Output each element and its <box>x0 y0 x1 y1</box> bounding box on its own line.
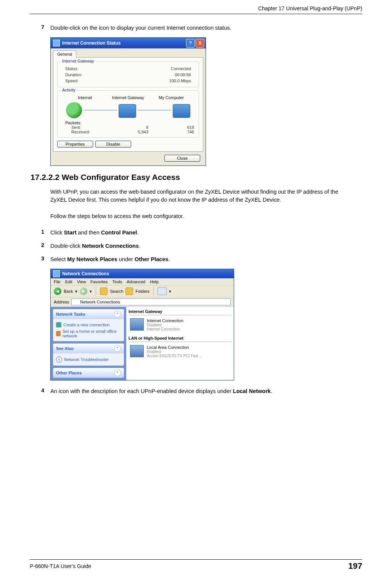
step-text: Select My Network Places under Other Pla… <box>50 255 355 263</box>
back-dropdown-icon[interactable]: ▾ <box>75 289 77 294</box>
collapse-icon[interactable]: ⌃ <box>114 369 121 376</box>
dialog-titlebar: Internet Connection Status ? X <box>51 38 206 48</box>
back-button-icon[interactable]: ◄ <box>54 287 61 295</box>
back-button-label[interactable]: Back <box>64 289 73 294</box>
menu-favorites[interactable]: Favorites <box>90 279 108 284</box>
menu-advanced[interactable]: Advanced <box>127 279 145 284</box>
item-name: Internet Connection <box>147 318 183 323</box>
collapse-icon[interactable]: ⌃ <box>114 311 121 318</box>
close-button[interactable]: X <box>196 39 204 48</box>
group-internet-gateway: Internet Gateway <box>129 308 231 315</box>
dialog-close-button[interactable]: Close <box>164 155 200 162</box>
connector-line <box>138 110 171 111</box>
connection-icon <box>130 318 144 331</box>
menu-edit[interactable]: Edit <box>65 279 72 284</box>
item-internet-connection[interactable]: Internet Connection Disabled Internet Co… <box>129 317 231 335</box>
page-footer: P-660N-T1A User's Guide 197 <box>30 557 362 571</box>
item-name: Local Area Connection <box>147 345 202 350</box>
folders-icon[interactable] <box>125 287 133 295</box>
text-bold: Control Panel <box>101 230 137 236</box>
speed-label: Speed: <box>65 79 79 83</box>
item-local-area-connection[interactable]: Local Area Connection Enabled Accton EN1… <box>129 343 231 362</box>
guide-name: P-660N-T1A User's Guide <box>30 563 91 569</box>
step-7: 7 Double-click on the icon to display yo… <box>37 24 355 32</box>
forward-dropdown-icon[interactable]: ▾ <box>90 289 92 294</box>
paragraph: Follow the steps below to access the web… <box>50 212 355 220</box>
wizard-icon <box>56 322 61 327</box>
search-icon[interactable] <box>100 287 108 295</box>
col-mycomputer: My Computer <box>150 95 193 100</box>
forward-button-icon[interactable]: ► <box>80 287 87 295</box>
text: . <box>137 230 138 236</box>
text: Select <box>50 256 67 262</box>
link-setup-network[interactable]: Set up a home or small office network <box>56 328 121 339</box>
menu-help[interactable]: Help <box>150 279 159 284</box>
text-bold: Other Places <box>135 256 169 262</box>
text: under <box>117 256 135 262</box>
section-heading: 17.2.2.2 Web Configurator Easy Access <box>31 173 355 182</box>
chapter-header: Chapter 17 Universal Plug-and-Play (UPnP… <box>30 5 362 11</box>
views-button-icon[interactable] <box>157 287 167 295</box>
group-internet-gateway: Internet Gateway Status: Connected Durat… <box>57 61 199 87</box>
properties-button[interactable]: Properties <box>57 141 93 148</box>
disable-button[interactable]: Disable <box>95 141 131 148</box>
link-create-connection[interactable]: Create a new connection <box>56 321 121 328</box>
address-bar: Address Network Connections <box>51 297 234 307</box>
folders-button-label[interactable]: Folders <box>135 289 149 294</box>
step-text: Double-click on the icon to display your… <box>50 24 355 32</box>
item-type: Accton EN1207D-TX PCI Fast ... <box>147 354 202 358</box>
sent-internet-value: 8 <box>103 125 148 130</box>
step-4: 4 An icon with the description for each … <box>37 387 355 395</box>
packets-label: Packets: <box>61 120 195 125</box>
globe-icon <box>66 102 82 118</box>
step-3: 3 Select My Network Places under Other P… <box>37 255 355 263</box>
group-legend: Activity <box>61 88 77 92</box>
tab-general[interactable]: General <box>53 50 76 58</box>
menu-bar: File Edit View Favorites Tools Advanced … <box>51 278 234 286</box>
status-value: Connected <box>171 66 191 71</box>
lan-icon <box>130 345 144 357</box>
dialog-app-icon <box>53 40 60 47</box>
home-network-icon <box>56 331 61 336</box>
views-dropdown-icon[interactable]: ▾ <box>169 289 171 294</box>
menu-file[interactable]: File <box>54 279 61 284</box>
gateway-computer-icon <box>119 104 136 118</box>
internet-connection-status-dialog: Internet Connection Status ? X General I… <box>50 37 206 166</box>
network-connections-window: Network Connections File Edit View Favor… <box>50 269 234 380</box>
window-title: Network Connections <box>62 271 233 276</box>
connector-line <box>84 110 117 111</box>
status-label: Status: <box>65 66 78 71</box>
menu-view[interactable]: View <box>77 279 86 284</box>
collapse-icon[interactable]: ⌃ <box>114 345 121 352</box>
side-pane: Network Tasks ⌃ Create a new connection … <box>51 307 126 380</box>
paragraph: With UPnP, you can access the web-based … <box>50 188 355 204</box>
menu-tools[interactable]: Tools <box>112 279 122 284</box>
text-bold: Start <box>64 230 76 236</box>
search-button-label[interactable]: Search <box>110 289 123 294</box>
help-button[interactable]: ? <box>186 39 195 48</box>
toolbar: ◄ Back ▾ ► ▾ Search Folders ▾ <box>51 286 234 297</box>
address-input[interactable]: Network Connections <box>71 299 231 305</box>
sent-gateway-value: 618 <box>148 125 194 130</box>
speed-value: 100.0 Mbps <box>169 79 191 83</box>
step-number: 1 <box>37 229 44 237</box>
my-computer-icon <box>173 104 190 118</box>
text: and then <box>77 230 101 236</box>
text: . <box>271 388 272 394</box>
group-lan: LAN or High-Speed Internet <box>129 335 231 342</box>
dialog-title: Internet Connection Status <box>62 40 185 46</box>
recv-gateway-value: 746 <box>148 130 194 134</box>
col-internet: Internet <box>64 95 106 100</box>
col-gateway: Internet Gateway <box>107 95 149 100</box>
received-label: Received: <box>64 130 103 134</box>
sent-label: Sent: <box>64 125 103 130</box>
group-legend: Internet Gateway <box>61 59 96 63</box>
step-number: 4 <box>37 387 44 395</box>
recv-internet-value: 5,943 <box>103 130 148 134</box>
link-troubleshooter[interactable]: i Network Troubleshooter <box>56 356 121 363</box>
text: . <box>139 243 140 249</box>
address-value: Network Connections <box>80 300 120 304</box>
info-icon: i <box>56 356 62 363</box>
step-text: An icon with the description for each UP… <box>50 387 355 395</box>
step-text: Double-click Network Connections. <box>50 242 355 250</box>
